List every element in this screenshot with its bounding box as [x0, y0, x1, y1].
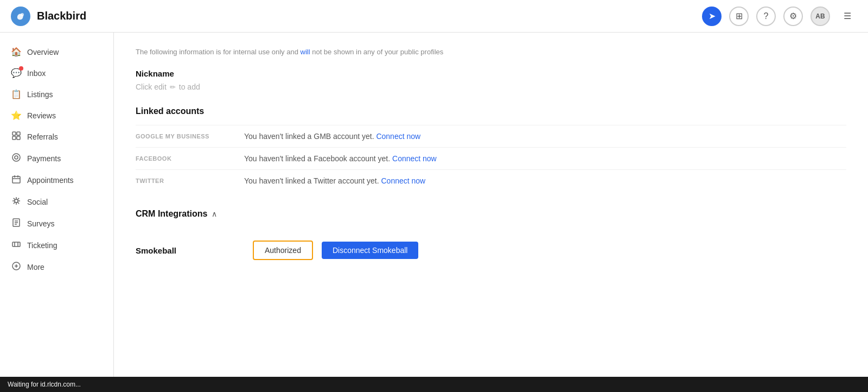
gmb-value: You haven't linked a GMB account yet. Co…	[244, 132, 420, 141]
sidebar-label-appointments: Appointments	[27, 176, 74, 185]
chevron-up-icon: ∧	[212, 210, 217, 218]
status-bar: Waiting for id.rlcdn.com...	[0, 377, 868, 392]
surveys-icon	[11, 218, 22, 229]
menu-button[interactable]: ☰	[838, 7, 857, 26]
linked-account-facebook: FACEBOOK You haven't linked a Facebook a…	[136, 147, 846, 169]
svg-point-11	[15, 199, 18, 203]
crm-title: CRM Integrations	[136, 209, 207, 219]
crm-smokeball-row: Smokeball Authorized Disconnect Smokebal…	[136, 232, 846, 269]
twitter-label: TWITTER	[136, 178, 244, 184]
sidebar-item-appointments[interactable]: Appointments	[0, 169, 113, 191]
nickname-field: Nickname Click edit ✏ to add	[136, 69, 846, 91]
send-button[interactable]: ➤	[702, 7, 722, 26]
sidebar-label-inbox: Inbox	[27, 69, 46, 78]
inbox-icon: 💬	[11, 68, 22, 78]
main-content: The following information is for interna…	[114, 33, 868, 392]
sidebar-item-overview[interactable]: 🏠 Overview	[0, 41, 113, 62]
sidebar-item-reviews[interactable]: ⭐ Reviews	[0, 105, 113, 126]
help-button[interactable]: ?	[756, 7, 776, 26]
nickname-label: Nickname	[136, 69, 846, 78]
reviews-icon: ⭐	[11, 110, 22, 121]
twitter-connect-link[interactable]: Connect now	[381, 176, 426, 185]
more-icon	[11, 262, 22, 273]
svg-line-16	[14, 198, 15, 200]
nickname-value: Click edit ✏ to add	[136, 83, 846, 91]
sidebar-label-listings: Listings	[27, 90, 53, 99]
twitter-value: You haven't linked a Twitter account yet…	[244, 176, 425, 185]
crm-integrations-section: CRM Integrations ∧ Smokeball Authorized …	[136, 209, 846, 269]
social-icon	[11, 197, 22, 207]
notice-text: The following information is for interna…	[136, 43, 846, 56]
svg-line-17	[17, 202, 19, 204]
sidebar-item-listings[interactable]: 📋 Listings	[0, 84, 113, 105]
gmb-connect-link[interactable]: Connect now	[376, 132, 420, 141]
crm-header: CRM Integrations ∧	[136, 209, 846, 219]
sidebar-label-more: More	[27, 263, 44, 271]
payments-icon	[11, 153, 22, 164]
topnav-right: ➤ ⊞ ? ⚙ AB ☰	[702, 7, 857, 26]
authorized-button[interactable]: Authorized	[253, 241, 313, 260]
sidebar-label-referrals: Referrals	[27, 132, 58, 141]
listings-icon: 📋	[11, 89, 22, 99]
sidebar-item-more[interactable]: More	[0, 256, 113, 278]
svg-rect-4	[17, 136, 20, 140]
svg-point-6	[15, 156, 18, 159]
gmb-label: GOOGLE MY BUSINESS	[136, 133, 244, 140]
svg-line-19	[14, 202, 15, 204]
sidebar-item-surveys[interactable]: Surveys	[0, 213, 113, 235]
app-title: Blackbird	[37, 10, 86, 22]
status-text: Waiting for id.rlcdn.com...	[8, 381, 81, 388]
sidebar-label-social: Social	[27, 198, 48, 206]
linked-account-gmb: GOOGLE MY BUSINESS You haven't linked a …	[136, 125, 846, 147]
grid-button[interactable]: ⊞	[729, 7, 749, 26]
smokeball-name: Smokeball	[136, 246, 244, 255]
layout: 🏠 Overview 💬 Inbox 📋 Listings ⭐ Reviews	[0, 33, 868, 392]
svg-rect-24	[12, 242, 20, 246]
nickname-placeholder: Click edit	[136, 83, 167, 91]
topnav: Blackbird ➤ ⊞ ? ⚙ AB ☰	[0, 0, 868, 33]
nickname-placeholder-suffix: to add	[179, 83, 200, 91]
sidebar-item-referrals[interactable]: Referrals	[0, 126, 113, 148]
ticketing-icon	[11, 240, 22, 251]
sidebar-label-surveys: Surveys	[27, 219, 55, 228]
home-icon: 🏠	[11, 47, 22, 57]
sidebar-label-payments: Payments	[27, 154, 61, 163]
sidebar-item-social[interactable]: Social	[0, 191, 113, 213]
linked-account-twitter: TWITTER You haven't linked a Twitter acc…	[136, 169, 846, 192]
sidebar-label-overview: Overview	[27, 48, 59, 56]
sidebar-label-reviews: Reviews	[27, 111, 56, 120]
disconnect-smokeball-button[interactable]: Disconnect Smokeball	[322, 242, 419, 259]
svg-rect-3	[12, 136, 16, 140]
settings-button[interactable]: ⚙	[783, 7, 803, 26]
sidebar-label-ticketing: Ticketing	[27, 241, 58, 250]
topnav-left: Blackbird	[11, 7, 86, 26]
facebook-value: You haven't linked a Facebook account ye…	[244, 154, 437, 163]
facebook-connect-link[interactable]: Connect now	[392, 154, 437, 163]
svg-point-5	[12, 154, 20, 161]
svg-rect-1	[12, 132, 16, 135]
avatar[interactable]: AB	[810, 7, 830, 26]
svg-rect-2	[17, 132, 20, 135]
linked-accounts-section: Linked accounts GOOGLE MY BUSINESS You h…	[136, 106, 846, 192]
sidebar-item-ticketing[interactable]: Ticketing	[0, 235, 113, 256]
referrals-icon	[11, 131, 22, 142]
linked-accounts-title: Linked accounts	[136, 106, 846, 116]
sidebar-item-inbox[interactable]: 💬 Inbox	[0, 62, 113, 84]
logo-icon	[11, 7, 30, 26]
sidebar-item-payments[interactable]: Payments	[0, 148, 113, 169]
notice-highlight: will	[301, 48, 310, 56]
svg-point-0	[21, 13, 24, 16]
facebook-label: FACEBOOK	[136, 155, 244, 162]
svg-rect-7	[12, 176, 20, 183]
content-inner: The following information is for interna…	[114, 33, 868, 392]
sidebar: 🏠 Overview 💬 Inbox 📋 Listings ⭐ Reviews	[0, 33, 114, 392]
edit-icon: ✏	[170, 83, 176, 91]
appointments-icon	[11, 175, 22, 186]
inbox-badge	[19, 66, 23, 71]
svg-line-18	[17, 198, 19, 200]
